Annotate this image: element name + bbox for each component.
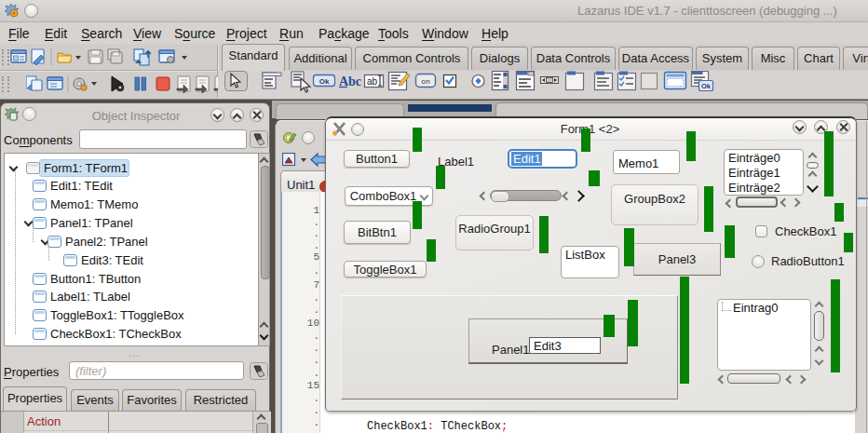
svg-text:on: on: [421, 77, 430, 86]
svg-text:Ok: Ok: [701, 82, 712, 90]
svg-text:ab: ab: [367, 76, 378, 87]
svg-text:Ok: Ok: [319, 77, 330, 86]
svg-text:bc: bc: [348, 74, 361, 88]
